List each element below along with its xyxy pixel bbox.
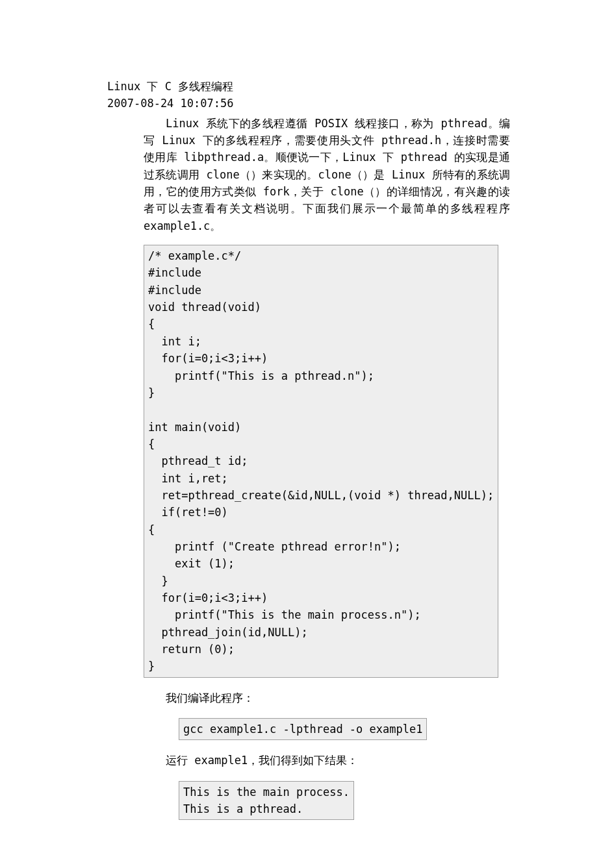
output-block: This is the main process. This is a pthr…: [179, 781, 354, 821]
compile-paragraph: 我们编译此程序：: [144, 689, 510, 706]
compile-command-wrapper: gcc example1.c -lpthread -o example1: [179, 718, 510, 740]
code-block-wrapper: /* example.c*/ #include #include void th…: [144, 245, 510, 678]
output-block-wrapper: This is the main process. This is a pthr…: [179, 781, 510, 821]
article-title: Linux 下 C 多线程编程: [107, 78, 510, 95]
compile-command-block: gcc example1.c -lpthread -o example1: [179, 718, 427, 740]
article-timestamp: 2007-08-24 10:07:56: [107, 95, 510, 112]
example1-code-block: /* example.c*/ #include #include void th…: [144, 245, 498, 678]
document-page: Linux 下 C 多线程编程 2007-08-24 10:07:56 Linu…: [0, 0, 614, 868]
intro-paragraph: Linux 系统下的多线程遵循 POSIX 线程接口，称为 pthread。编写…: [144, 115, 510, 234]
run-paragraph: 运行 example1，我们得到如下结果：: [144, 752, 510, 769]
